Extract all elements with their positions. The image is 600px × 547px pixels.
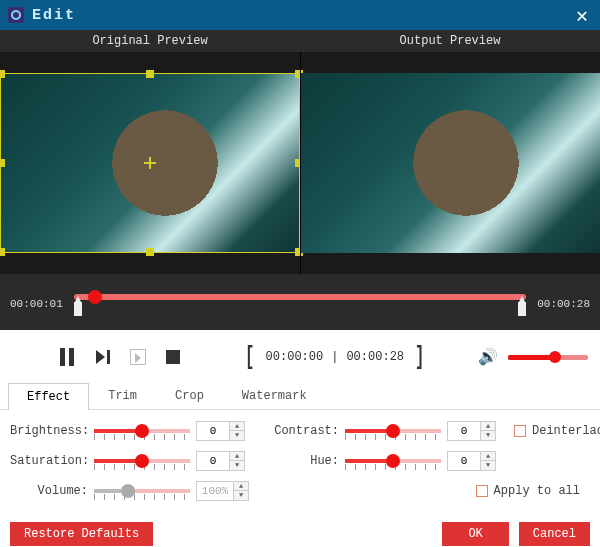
tab-trim[interactable]: Trim bbox=[89, 382, 156, 409]
apply-to-all-checkbox[interactable]: Apply to all bbox=[476, 484, 580, 498]
playback-controls: [ 00:00:00 | 00:00:28 ] bbox=[0, 330, 600, 382]
brightness-label: Brightness: bbox=[10, 424, 88, 438]
preview-row bbox=[0, 52, 600, 274]
close-icon[interactable]: ✕ bbox=[572, 3, 592, 28]
volume-effect-slider[interactable] bbox=[94, 480, 190, 502]
hue-value[interactable] bbox=[448, 455, 480, 467]
crop-handle-b[interactable] bbox=[146, 248, 154, 256]
saturation-up[interactable]: ▲ bbox=[230, 452, 244, 461]
crop-handle-t[interactable] bbox=[146, 70, 154, 78]
step-button[interactable] bbox=[130, 349, 146, 365]
saturation-value[interactable] bbox=[197, 455, 229, 467]
hue-slider[interactable] bbox=[345, 450, 441, 472]
contrast-value[interactable] bbox=[448, 425, 480, 437]
time-divider: | bbox=[331, 350, 338, 364]
ok-button[interactable]: OK bbox=[442, 522, 508, 546]
contrast-down[interactable]: ▼ bbox=[481, 431, 495, 440]
hue-down[interactable]: ▼ bbox=[481, 461, 495, 470]
original-preview bbox=[0, 52, 300, 274]
app-logo-icon bbox=[8, 7, 24, 23]
trim-in-time: 00:00:00 bbox=[266, 350, 324, 364]
timeline-duration: 00:00:28 bbox=[534, 298, 590, 310]
output-preview-image bbox=[301, 73, 600, 253]
saturation-down[interactable]: ▼ bbox=[230, 461, 244, 470]
saturation-stepper[interactable]: ▲▼ bbox=[196, 451, 245, 471]
trim-time-display: [ 00:00:00 | 00:00:28 ] bbox=[242, 342, 428, 372]
brightness-down[interactable]: ▼ bbox=[230, 431, 244, 440]
footer: Restore Defaults OK Cancel bbox=[0, 516, 600, 547]
brightness-up[interactable]: ▲ bbox=[230, 422, 244, 431]
crop-handle-tl[interactable] bbox=[0, 70, 5, 78]
contrast-label: Contrast: bbox=[273, 424, 339, 438]
titlebar: Edit ✕ bbox=[0, 0, 600, 30]
apply-to-all-label: Apply to all bbox=[494, 484, 580, 498]
pause-button[interactable] bbox=[58, 348, 76, 366]
tab-crop[interactable]: Crop bbox=[156, 382, 223, 409]
hue-label: Hue: bbox=[273, 454, 339, 468]
bracket-left-icon[interactable]: [ bbox=[245, 342, 254, 372]
brightness-value[interactable] bbox=[197, 425, 229, 437]
hue-stepper[interactable]: ▲▼ bbox=[447, 451, 496, 471]
contrast-up[interactable]: ▲ bbox=[481, 422, 495, 431]
volume-control bbox=[478, 347, 588, 367]
crop-handle-l[interactable] bbox=[0, 159, 5, 167]
trim-start-marker[interactable] bbox=[74, 302, 82, 316]
contrast-stepper[interactable]: ▲▼ bbox=[447, 421, 496, 441]
timeline-track[interactable] bbox=[74, 292, 526, 316]
volume-slider[interactable] bbox=[508, 355, 588, 360]
bracket-right-icon[interactable]: ] bbox=[415, 342, 424, 372]
stop-button[interactable] bbox=[164, 348, 182, 366]
volume-value[interactable] bbox=[197, 485, 233, 497]
trim-out-time: 00:00:28 bbox=[346, 350, 404, 364]
next-frame-button[interactable] bbox=[94, 348, 112, 366]
tabs: Effect Trim Crop Watermark bbox=[0, 382, 600, 410]
crop-frame[interactable] bbox=[0, 73, 300, 253]
brightness-stepper[interactable]: ▲▼ bbox=[196, 421, 245, 441]
timeline: 00:00:01 00:00:28 bbox=[0, 274, 600, 330]
tab-watermark[interactable]: Watermark bbox=[223, 382, 326, 409]
tab-effect[interactable]: Effect bbox=[8, 383, 89, 410]
volume-up[interactable]: ▲ bbox=[234, 482, 248, 491]
brightness-slider[interactable] bbox=[94, 420, 190, 442]
contrast-slider[interactable] bbox=[345, 420, 441, 442]
original-preview-label: Original Preview bbox=[0, 30, 300, 52]
preview-header: Original Preview Output Preview bbox=[0, 30, 600, 52]
checkbox-icon[interactable] bbox=[476, 485, 488, 497]
checkbox-icon[interactable] bbox=[514, 425, 526, 437]
volume-stepper[interactable]: ▲▼ bbox=[196, 481, 249, 501]
timeline-current: 00:00:01 bbox=[10, 298, 66, 310]
window-title: Edit bbox=[32, 7, 76, 24]
output-preview-label: Output Preview bbox=[300, 30, 600, 52]
trim-end-marker[interactable] bbox=[518, 302, 526, 316]
saturation-label: Saturation: bbox=[10, 454, 88, 468]
output-preview bbox=[300, 52, 600, 274]
hue-up[interactable]: ▲ bbox=[481, 452, 495, 461]
volume-icon[interactable] bbox=[478, 347, 498, 367]
timeline-playhead[interactable] bbox=[88, 290, 102, 304]
deinterlacing-label: Deinterlacing bbox=[532, 424, 600, 438]
volume-label: Volume: bbox=[10, 484, 88, 498]
crop-handle-bl[interactable] bbox=[0, 248, 5, 256]
volume-down[interactable]: ▼ bbox=[234, 491, 248, 500]
restore-defaults-button[interactable]: Restore Defaults bbox=[10, 522, 153, 546]
deinterlacing-checkbox[interactable]: Deinterlacing bbox=[514, 424, 600, 438]
cancel-button[interactable]: Cancel bbox=[519, 522, 590, 546]
saturation-slider[interactable] bbox=[94, 450, 190, 472]
effect-panel: Brightness: ▲▼ Contrast: ▲▼ Deinterlacin… bbox=[0, 410, 600, 516]
crop-handle-center[interactable] bbox=[144, 157, 156, 169]
